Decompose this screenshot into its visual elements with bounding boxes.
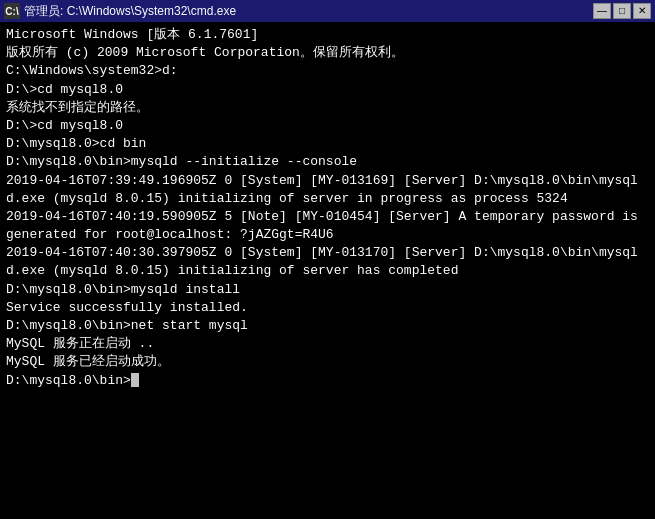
minimize-button[interactable]: —	[593, 3, 611, 19]
terminal-line: MySQL 服务已经启动成功。	[6, 353, 649, 371]
terminal-line: MySQL 服务正在启动 ..	[6, 335, 649, 353]
terminal-line: D:\mysql8.0\bin>mysqld install	[6, 281, 649, 299]
close-button[interactable]: ✕	[633, 3, 651, 19]
titlebar-buttons: — □ ✕	[593, 3, 651, 19]
terminal-body[interactable]: Microsoft Windows [版本 6.1.7601]版权所有 (c) …	[0, 22, 655, 519]
terminal-line: D:\>cd mysql8.0	[6, 117, 649, 135]
terminal-line: 2019-04-16T07:40:19.590905Z 5 [Note] [MY…	[6, 208, 649, 244]
cmd-window: C:\ 管理员: C:\Windows\System32\cmd.exe — □…	[0, 0, 655, 519]
terminal-line: D:\mysql8.0\bin>	[6, 372, 649, 390]
cmd-icon: C:\	[4, 3, 20, 19]
terminal-line: 系统找不到指定的路径。	[6, 99, 649, 117]
titlebar-left: C:\ 管理员: C:\Windows\System32\cmd.exe	[4, 3, 236, 20]
terminal-line: D:\mysql8.0\bin>net start mysql	[6, 317, 649, 335]
terminal-line: Service successfully installed.	[6, 299, 649, 317]
terminal-line: 2019-04-16T07:40:30.397905Z 0 [System] […	[6, 244, 649, 280]
titlebar-title: 管理员: C:\Windows\System32\cmd.exe	[24, 3, 236, 20]
terminal-line: Microsoft Windows [版本 6.1.7601]	[6, 26, 649, 44]
terminal-line: 2019-04-16T07:39:49.196905Z 0 [System] […	[6, 172, 649, 208]
terminal-line: D:\>cd mysql8.0	[6, 81, 649, 99]
terminal-line: C:\Windows\system32>d:	[6, 62, 649, 80]
maximize-button[interactable]: □	[613, 3, 631, 19]
titlebar: C:\ 管理员: C:\Windows\System32\cmd.exe — □…	[0, 0, 655, 22]
terminal-line: D:\mysql8.0\bin>mysqld --initialize --co…	[6, 153, 649, 171]
cursor	[131, 373, 139, 387]
terminal-line: D:\mysql8.0>cd bin	[6, 135, 649, 153]
terminal-line: 版权所有 (c) 2009 Microsoft Corporation。保留所有…	[6, 44, 649, 62]
